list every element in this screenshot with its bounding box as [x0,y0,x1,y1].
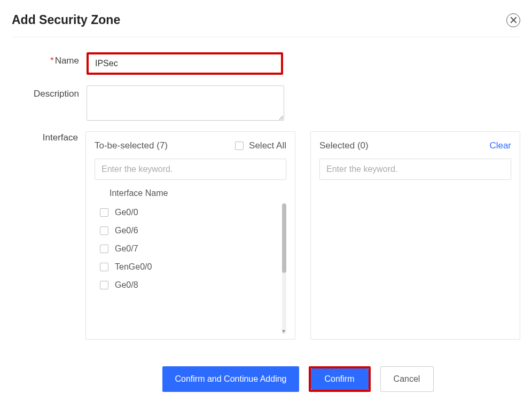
dialog-footer: Confirm and Continue Adding Confirm Canc… [12,350,520,408]
select-all-label: Select All [249,140,286,151]
confirm-button[interactable]: Confirm [311,368,369,390]
close-icon[interactable] [506,13,520,27]
cancel-button[interactable]: Cancel [380,366,434,392]
item-checkbox[interactable] [100,263,108,271]
list-item[interactable]: Ge0/7 [95,240,282,258]
interface-panels: To-be-selected (7) Select All Interface … [85,131,520,340]
select-all-checkbox[interactable] [235,141,244,150]
list-item[interactable]: Ge0/0 [95,203,282,222]
dialog-header: Add Security Zone [12,13,520,37]
confirm-continue-button[interactable]: Confirm and Continue Adding [162,366,299,392]
to-select-heading: To-be-selected (7) [95,140,168,151]
row-description: Description [12,85,520,121]
clear-link[interactable]: Clear [489,140,511,151]
select-all-toggle[interactable]: Select All [235,140,286,151]
to-select-search-input[interactable] [95,159,286,180]
dialog-title: Add Security Zone [12,13,120,27]
selected-panel: Selected (0) Clear [310,131,520,340]
item-checkbox[interactable] [100,245,108,253]
item-checkbox[interactable] [100,281,108,289]
to-select-panel: To-be-selected (7) Select All Interface … [85,131,295,340]
name-highlight-box [87,52,283,75]
list-item[interactable]: TenGe0/0 [95,258,282,276]
confirm-highlight-box: Confirm [309,366,371,392]
selected-heading: Selected (0) [319,140,369,151]
list-item[interactable]: Ge0/8 [95,276,282,294]
selected-list [319,180,511,334]
label-interface: Interface [12,131,85,340]
to-select-scrollbar[interactable] [282,203,286,334]
row-interface: Interface To-be-selected (7) Select All … [12,131,520,340]
label-name: *Name [12,52,87,75]
to-select-column-header: Interface Name [95,180,286,203]
item-checkbox[interactable] [100,226,108,235]
selected-search-input[interactable] [319,159,511,180]
label-description: Description [12,85,87,121]
to-select-list: Ge0/0 Ge0/6 Ge0/7 TenGe0/0 Ge0/8 [95,203,282,334]
scroll-down-icon[interactable]: ▾ [282,327,285,334]
name-input[interactable] [89,54,281,73]
description-textarea[interactable] [87,85,284,121]
scroll-thumb[interactable] [282,203,286,273]
form-body: *Name Description Interface To-be-select… [12,37,520,340]
row-name: *Name [12,52,520,75]
add-security-zone-dialog: Add Security Zone *Name Description Inte… [0,0,532,408]
list-item[interactable]: Ge0/6 [95,222,282,240]
item-checkbox[interactable] [100,208,108,217]
